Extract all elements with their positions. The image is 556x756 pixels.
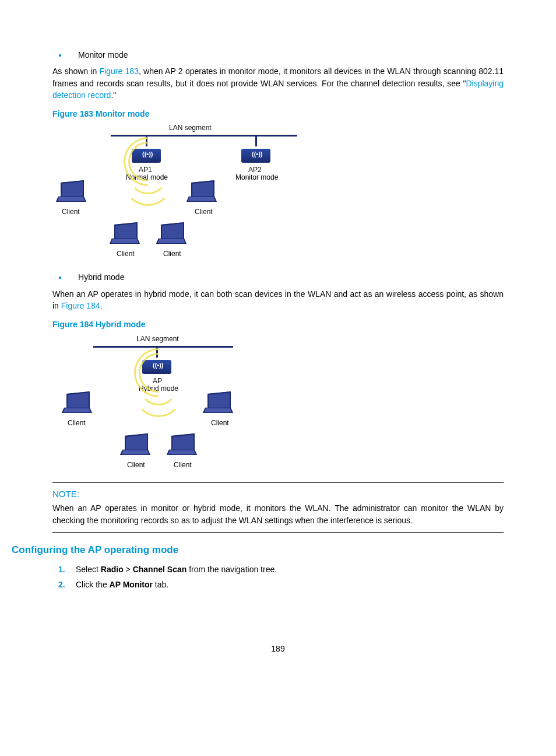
page-number: 189	[52, 643, 504, 654]
step-text: Click the AP Monitor tab.	[76, 579, 168, 590]
client-label: Client	[163, 249, 181, 259]
figure-183-caption: Figure 183 Monitor mode	[52, 108, 504, 120]
step-text: Select Radio > Channel Scan from the nav…	[76, 564, 277, 575]
bullet-hybrid: ● Hybrid mode	[58, 271, 504, 283]
client-label: Client	[174, 460, 192, 470]
paragraph-monitor: As shown in Figure 183, when AP 2 operat…	[52, 65, 504, 101]
ap2-mode-label: Monitor mode	[235, 173, 278, 183]
laptop-icon	[188, 181, 216, 205]
note-label: NOTE:	[52, 488, 504, 501]
client-label: Client	[117, 249, 135, 259]
laptop-icon	[121, 435, 149, 458]
bullet-dot-icon: ●	[58, 274, 62, 282]
note-body: When an AP operates in monitor or hybrid…	[52, 502, 504, 526]
figure-184-caption: Figure 184 Hybrid mode	[52, 318, 504, 330]
link-figure-183[interactable]: Figure 183	[100, 66, 139, 76]
laptop-icon	[157, 223, 185, 247]
client-label: Client	[62, 207, 80, 217]
figure-183-diagram: LAN segment ((•)) AP1 Normal mode ((•)) …	[52, 123, 356, 263]
lan-segment-line	[93, 346, 233, 348]
lan-label: LAN segment	[169, 123, 212, 133]
v-line	[255, 135, 257, 146]
laptop-icon	[111, 223, 139, 247]
client-label: Client	[211, 418, 229, 428]
step-number: 1.	[58, 564, 76, 575]
ap2-icon: ((•))	[241, 146, 270, 164]
laptop-icon	[204, 393, 232, 416]
client-label: Client	[127, 460, 145, 470]
figure-184-diagram: LAN segment ((•)) AP Hybrid mode Client …	[52, 334, 286, 474]
client-label: Client	[68, 418, 86, 428]
paragraph-hybrid: When an AP operates in hybrid mode, it c…	[52, 288, 504, 312]
laptop-icon	[63, 393, 91, 416]
laptop-icon	[168, 435, 196, 458]
lan-label: LAN segment	[136, 334, 179, 344]
note-box: NOTE: When an AP operates in monitor or …	[52, 482, 504, 533]
bullet-dot-icon: ●	[58, 51, 62, 60]
step-number: 2.	[58, 579, 76, 590]
step-1: 1. Select Radio > Channel Scan from the …	[58, 564, 504, 575]
heading-configuring: Configuring the AP operating mode	[12, 543, 504, 558]
bullet-text: Hybrid mode	[78, 271, 124, 283]
client-label: Client	[195, 207, 213, 217]
laptop-icon	[57, 181, 85, 205]
bullet-text: Monitor mode	[78, 49, 128, 61]
link-figure-184[interactable]: Figure 184	[61, 301, 100, 310]
bullet-monitor: ● Monitor mode	[58, 49, 504, 61]
step-2: 2. Click the AP Monitor tab.	[58, 579, 504, 590]
lan-segment-line	[111, 135, 297, 136]
